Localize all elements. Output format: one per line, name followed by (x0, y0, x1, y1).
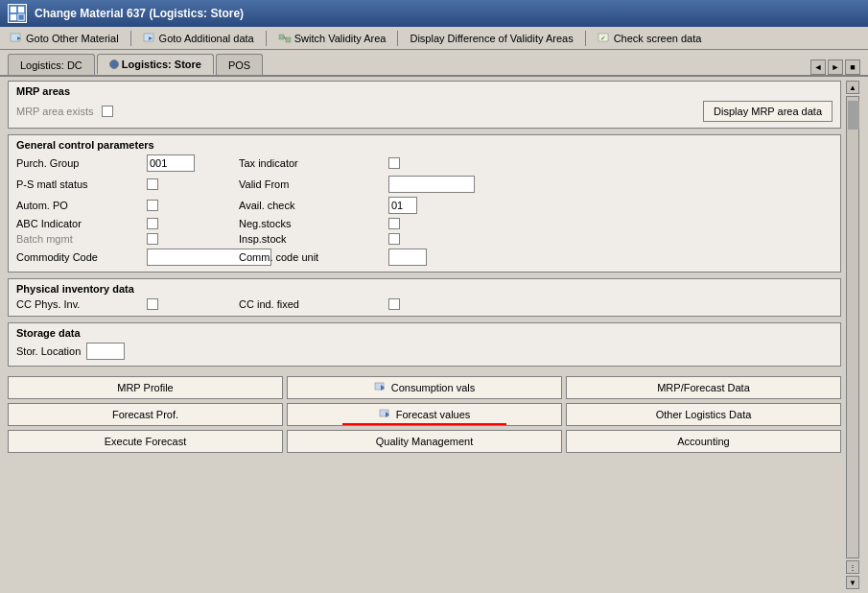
forecast-values-underline (342, 423, 506, 425)
scroll-handle-middle[interactable]: ⋮ (846, 560, 859, 574)
consumption-vals-icon (374, 381, 387, 394)
tab-bar: Logistics: DC Logistics: Store POS ◄ ► ■ (0, 50, 868, 77)
check-screen-icon: ✓ (598, 32, 611, 45)
mrp-forecast-data-button[interactable]: MRP/Forecast Data (566, 376, 841, 399)
autom-po-label: Autom. PO (16, 200, 141, 211)
ps-matl-status-checkbox[interactable] (147, 178, 158, 190)
svg-rect-1 (11, 7, 16, 12)
menu-switch-validity-label: Switch Validity Area (294, 33, 387, 44)
menu-separator-3 (397, 31, 398, 46)
forecast-values-button[interactable]: Forecast values (287, 403, 562, 426)
autom-po-checkbox[interactable] (147, 200, 158, 211)
display-mrp-area-data-button[interactable]: Display MRP area data (703, 101, 833, 122)
menu-display-difference-label: Display Difference of Validity Areas (410, 33, 573, 44)
menu-goto-other-material[interactable]: Goto Other Material (4, 30, 125, 47)
cc-ind-fixed-checkbox[interactable] (388, 298, 400, 310)
tab-nav-prev[interactable]: ◄ (810, 59, 826, 75)
section-physical-inventory-title: Physical inventory data (16, 283, 833, 295)
tab-logistics-dc[interactable]: Logistics: DC (8, 54, 95, 75)
switch-validity-icon (278, 32, 292, 45)
scroll-track[interactable] (846, 96, 859, 558)
svg-line-11 (284, 36, 286, 39)
title-bar: Change Material 637 (Logistics: Store) (0, 0, 868, 27)
menu-separator-4 (585, 31, 586, 46)
svg-rect-4 (18, 14, 24, 20)
purch-group-label: Purch. Group (16, 157, 141, 169)
goto-additional-data-icon (143, 32, 156, 45)
insp-stock-label: Insp.stock (239, 233, 383, 245)
vertical-scrollbar: ▲ ⋮ ▼ (845, 81, 860, 589)
tab-logistics-store-label: Logistics: Store (122, 59, 201, 70)
menu-check-screen-label: Check screen data (614, 33, 702, 44)
scroll-up-button[interactable]: ▲ (846, 81, 859, 94)
menu-separator-2 (266, 31, 267, 46)
neg-stocks-label: Neg.stocks (239, 218, 383, 229)
svg-rect-2 (18, 7, 24, 12)
section-storage-data: Storage data Stor. Location (8, 322, 841, 367)
tab-navigation: ◄ ► ■ (810, 59, 860, 75)
abc-indicator-label: ABC Indicator (16, 218, 141, 229)
valid-from-input[interactable] (388, 176, 475, 193)
comm-code-unit-input[interactable] (388, 249, 427, 266)
stor-location-label: Stor. Location (16, 345, 81, 357)
scroll-thumb (848, 101, 859, 130)
tax-indicator-checkbox[interactable] (388, 157, 400, 169)
abc-indicator-checkbox[interactable] (147, 218, 158, 229)
cc-ind-fixed-label: CC ind. fixed (239, 298, 383, 310)
batch-mgmt-checkbox[interactable] (147, 233, 158, 245)
consumption-vals-button[interactable]: Consumption vals (287, 376, 562, 399)
tab-logistics-store[interactable]: Logistics: Store (97, 54, 214, 75)
menu-separator-1 (130, 31, 131, 46)
section-physical-inventory: Physical inventory data CC Phys. Inv. CC… (8, 278, 841, 317)
main-content: MRP areas MRP area exists Display MRP ar… (0, 77, 868, 593)
tab-nav-stop[interactable]: ■ (845, 59, 860, 75)
section-general-control: General control parameters Purch. Group … (8, 134, 841, 273)
svg-rect-10 (286, 37, 291, 42)
menu-goto-additional-data[interactable]: Goto Additional data (137, 30, 260, 47)
neg-stocks-checkbox[interactable] (388, 218, 400, 229)
mrp-area-exists-label: MRP area exists (16, 106, 94, 117)
section-mrp-areas-title: MRP areas (16, 85, 833, 97)
avail-check-label: Avail. check (239, 200, 383, 211)
menu-check-screen-data[interactable]: ✓ Check screen data (592, 30, 708, 47)
quality-management-button[interactable]: Quality Management (287, 430, 562, 453)
app-icon (8, 4, 27, 23)
section-mrp-areas: MRP areas MRP area exists Display MRP ar… (8, 81, 841, 129)
svg-rect-3 (11, 14, 16, 20)
bottom-buttons: MRP Profile Consumption vals MRP/Forecas… (8, 376, 841, 453)
section-storage-data-title: Storage data (16, 327, 833, 339)
menu-switch-validity[interactable]: Switch Validity Area (272, 30, 392, 47)
cc-phys-inv-checkbox[interactable] (147, 298, 158, 310)
forecast-prof-button[interactable]: Forecast Prof. (8, 403, 283, 426)
purch-group-input[interactable] (147, 154, 195, 172)
cc-phys-inv-label: CC Phys. Inv. (16, 298, 141, 310)
scroll-down-button[interactable]: ▼ (846, 576, 859, 589)
stor-location-input[interactable] (86, 343, 125, 360)
comm-code-unit-label: Comm. code unit (239, 251, 383, 263)
valid-from-label: Valid From (239, 178, 383, 190)
execute-forecast-button[interactable]: Execute Forecast (8, 430, 283, 453)
menu-display-difference[interactable]: Display Difference of Validity Areas (404, 31, 578, 46)
menu-bar: Goto Other Material Goto Additional data… (0, 27, 868, 50)
forecast-values-icon (379, 408, 392, 421)
svg-text:✓: ✓ (600, 35, 606, 41)
accounting-button[interactable]: Accounting (566, 430, 841, 453)
svg-rect-9 (279, 35, 284, 39)
commodity-code-label: Commodity Code (16, 251, 141, 263)
tab-pos[interactable]: POS (216, 54, 263, 75)
tab-logistics-store-radio (109, 59, 119, 69)
avail-check-input[interactable] (388, 197, 417, 214)
mrp-area-exists-checkbox[interactable] (102, 106, 113, 117)
tax-indicator-label: Tax indicator (239, 157, 383, 169)
content-area: MRP areas MRP area exists Display MRP ar… (8, 81, 841, 589)
tab-pos-label: POS (228, 59, 250, 71)
insp-stock-checkbox[interactable] (388, 233, 400, 245)
goto-other-material-icon (10, 32, 23, 45)
tab-nav-next[interactable]: ► (828, 59, 843, 75)
section-general-control-title: General control parameters (16, 139, 833, 151)
other-logistics-data-button[interactable]: Other Logistics Data (566, 403, 841, 426)
ps-matl-status-label: P-S matl status (16, 178, 141, 190)
window-title: Change Material 637 (Logistics: Store) (35, 7, 244, 20)
tab-logistics-dc-label: Logistics: DC (20, 59, 82, 71)
mrp-profile-button[interactable]: MRP Profile (8, 376, 283, 399)
